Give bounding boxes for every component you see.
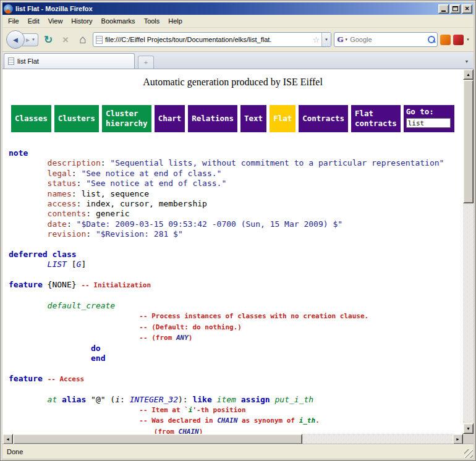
vertical-scrollbar-column: ▲ ▼ <box>463 69 474 444</box>
nav-button-clusters[interactable]: Clusters <box>54 105 99 132</box>
code-segment: INTEGER_32 <box>130 395 178 404</box>
nav-button-flat-current[interactable]: Flat <box>270 105 295 132</box>
url-text[interactable]: file:///C:/Eiffel Projects/tour/Document… <box>105 36 310 43</box>
horizontal-scroll-thumb[interactable] <box>13 434 302 444</box>
goto-label: Go to: <box>406 107 452 116</box>
vertical-scrollbar[interactable]: ▲ ▼ <box>463 69 474 434</box>
code-line <box>9 291 463 301</box>
code-segment: date <box>48 219 67 229</box>
scroll-left-button[interactable]: ◄ <box>2 434 13 444</box>
code-segment: revision <box>48 229 87 239</box>
code-segment: assign <box>241 395 270 404</box>
nav-button-text[interactable]: Text <box>240 105 266 132</box>
code-segment: LIST <box>48 260 67 269</box>
menu-help[interactable]: Help <box>164 16 187 26</box>
menu-file[interactable]: File <box>4 16 23 26</box>
code-line: description: "Sequential lists, without … <box>9 158 463 168</box>
code-segment: feature <box>9 374 43 383</box>
bookmark-star-icon[interactable]: ☆ <box>310 35 321 44</box>
maximize-button[interactable] <box>450 4 461 14</box>
horizontal-scrollbar[interactable]: ◄ ► <box>2 434 463 444</box>
firefox-window: list Flat - Mozilla Firefox ✕ File Edit … <box>0 0 476 461</box>
close-button[interactable]: ✕ <box>462 4 472 14</box>
code-segment: -- (Default: do nothing.) <box>139 323 242 331</box>
back-button[interactable]: ◄ <box>6 30 25 49</box>
search-engine-dropdown-icon[interactable]: ▼ <box>343 38 350 41</box>
goto-input[interactable] <box>406 118 451 128</box>
maximize-icon <box>453 6 458 11</box>
code-segment: : <box>72 169 82 178</box>
nav-button-chart[interactable]: Chart <box>155 105 185 132</box>
code-segment: CHAIN <box>217 417 237 425</box>
code-segment: -- Process instances of classes with no … <box>139 312 368 320</box>
nav-button-flat-contracts[interactable]: Flat contracts <box>351 105 401 132</box>
code-line: -- Item at `i'-th position <box>9 405 463 415</box>
menu-bookmarks[interactable]: Bookmarks <box>97 16 140 26</box>
nav-button-cluster-hierarchy[interactable]: Cluster hierarchy <box>102 105 151 132</box>
code-line: at alias "@" (i: INTEGER_32): like item … <box>9 395 463 405</box>
stop-button[interactable]: ✕ <box>58 32 73 47</box>
nav-button-classes[interactable]: Classes <box>11 105 51 132</box>
firefox-icon <box>4 4 13 14</box>
code-segment: {NONE} <box>43 280 82 289</box>
code-segment: ANY <box>176 334 189 342</box>
scroll-right-button[interactable]: ► <box>453 434 463 444</box>
code-segment: : <box>77 179 87 188</box>
search-input[interactable] <box>350 36 427 43</box>
addon-dropdown-icon[interactable]: ▼ <box>466 38 470 41</box>
code-segment: [ <box>67 260 77 269</box>
google-logo-icon: G <box>337 35 343 44</box>
code-segment: : <box>120 395 130 404</box>
code-line: feature {NONE} -- Initialization <box>9 280 463 290</box>
minimize-button[interactable] <box>438 4 449 14</box>
code-segment: . <box>315 417 320 425</box>
code-segment: item <box>217 395 236 404</box>
code-segment: '-th position <box>192 406 245 414</box>
code-segment: alias <box>62 395 86 404</box>
code-line <box>9 384 463 394</box>
vertical-scroll-thumb[interactable] <box>463 80 474 203</box>
tab-list-flat[interactable]: list Flat <box>4 53 135 69</box>
history-dropdown-icon: ▼ <box>32 38 35 41</box>
url-dropdown-button[interactable]: ▼ <box>321 33 331 46</box>
menu-edit[interactable]: Edit <box>23 16 44 26</box>
chevron-down-icon: ▼ <box>325 38 328 41</box>
code-segment <box>212 395 217 404</box>
minimize-icon <box>441 11 446 12</box>
code-line: LIST [G] <box>9 260 463 269</box>
code-segment: "@" ( <box>86 395 115 404</box>
menu-tools[interactable]: Tools <box>140 16 164 26</box>
page-viewport: Automatic generation produced by ISE Eif… <box>2 69 463 434</box>
home-button[interactable]: ⌂ <box>75 32 90 47</box>
nav-button-relations[interactable]: Relations <box>188 105 237 132</box>
reload-button[interactable]: ↻ <box>41 32 56 47</box>
list-all-tabs-button[interactable]: ▼ <box>461 55 472 67</box>
content-area: Automatic generation produced by ISE Eif… <box>2 69 474 444</box>
code-line: legal: "See notice at end of class." <box>9 169 463 179</box>
menu-view[interactable]: View <box>44 16 67 26</box>
new-tab-button[interactable]: + <box>138 56 154 69</box>
menu-history[interactable]: History <box>67 16 96 26</box>
close-icon: ✕ <box>465 6 470 12</box>
scroll-up-button[interactable]: ▲ <box>463 69 474 80</box>
code-segment <box>43 374 48 383</box>
scroll-down-button[interactable]: ▼ <box>463 423 474 434</box>
code-segment <box>270 395 275 404</box>
nav-button-contracts[interactable]: Contracts <box>299 105 348 132</box>
resize-grip[interactable] <box>464 449 473 458</box>
code-segment: : <box>67 219 77 229</box>
addon-icon-2[interactable] <box>453 35 464 45</box>
status-bar: Done <box>2 444 474 459</box>
code-segment: end <box>91 353 105 363</box>
code-line: access: index, cursor, membership <box>9 199 463 209</box>
code-segment: i <box>115 395 120 404</box>
search-box[interactable]: G ▼ <box>334 32 438 47</box>
search-icon[interactable] <box>427 35 436 44</box>
code-segment: : generic <box>86 209 129 218</box>
tab-bar: list Flat + ▼ <box>2 52 474 69</box>
navigation-toolbar: ◄ ►▼ ↻ ✕ ⌂ file:///C:/Eiffel Projects/to… <box>2 28 474 52</box>
address-bar[interactable]: file:///C:/Eiffel Projects/tour/Document… <box>93 32 331 47</box>
home-icon: ⌂ <box>79 33 86 46</box>
code-segment <box>57 395 62 404</box>
addon-icon-1[interactable] <box>440 35 451 45</box>
